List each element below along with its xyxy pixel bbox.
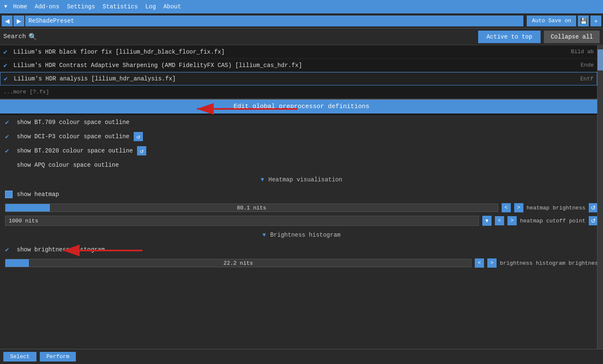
heatmap-cutoff-label: heatmap cutoff point <box>520 218 585 224</box>
menu-home[interactable]: Home <box>10 2 31 12</box>
reset-bt2020-button[interactable]: ↺ <box>137 146 146 155</box>
heatmap-brightness-less-button[interactable]: < <box>502 203 511 212</box>
param-row-apq[interactable]: show APQ colour space outline <box>0 158 603 172</box>
param-label: show DCI-P3 colour space outline <box>17 133 129 140</box>
check-icon[interactable]: ✔ <box>5 245 12 254</box>
effects-list-container: ✔ Lilium's HDR black floor fix [lilium_h… <box>0 45 603 100</box>
menu-about[interactable]: About <box>160 2 184 12</box>
heatmap-cutoff-dropdown[interactable]: 1000 nits <box>5 216 479 226</box>
collapse-all-button[interactable]: Collapse all <box>544 31 600 43</box>
param-row-bt2020[interactable]: ✔ show BT.2020 colour space outline ↺ <box>0 144 603 158</box>
check-icon[interactable]: ✔ <box>4 75 10 83</box>
heatmap-cutoff-reset-button[interactable]: ↺ <box>589 216 598 225</box>
table-row[interactable]: ✔ Lilium's HDR analysis [lilium_hdr_anal… <box>0 72 597 85</box>
effect-name: Lilium's HDR analysis [lilium_hdr_analys… <box>14 75 577 82</box>
show-histogram-label: show brightness histogram <box>17 246 105 253</box>
nav-back-button[interactable]: ◀ <box>2 15 13 26</box>
add-button[interactable]: + <box>590 15 601 26</box>
select-button[interactable]: Select <box>3 352 36 361</box>
table-row[interactable]: ✔ Lilium's HDR black floor fix [lilium_h… <box>0 45 597 59</box>
table-row-partial[interactable]: ...more [?.fx] <box>0 85 597 99</box>
histogram-collapse-arrow[interactable]: ▼ <box>262 232 266 238</box>
check-icon[interactable]: ✔ <box>5 147 12 155</box>
heatmap-cutoff-less-button[interactable]: < <box>495 216 504 225</box>
check-icon[interactable]: ✔ <box>5 132 12 141</box>
effect-shortcut: Entf <box>580 76 593 82</box>
heatmap-cutoff-row: 1000 nits ▼ < > heatmap cutoff point ↺ <box>0 214 603 227</box>
brightness-histogram-section-header[interactable]: ▼ Brightness histogram <box>0 227 603 243</box>
perform-button[interactable]: Perform <box>40 352 76 361</box>
histogram-section-title: Brightness histogram <box>270 232 341 238</box>
heatmap-section-header[interactable]: ▼ Heatmap visualisation <box>0 172 603 187</box>
menu-bar: ▼ Home Add-ons Settings Statistics Log A… <box>0 0 603 13</box>
effects-list: ✔ Lilium's HDR black floor fix [lilium_h… <box>0 45 597 100</box>
heatmap-cutoff-value: 1000 nits <box>9 218 38 224</box>
menu-settings[interactable]: Settings <box>64 2 98 12</box>
param-label: show BT.709 colour space outline <box>17 119 129 126</box>
heatmap-brightness-reset-button[interactable]: ↺ <box>589 203 598 212</box>
search-label: Search 🔍 <box>3 33 37 41</box>
menu-addons[interactable]: Add-ons <box>31 2 63 12</box>
check-icon[interactable]: ✔ <box>3 48 10 56</box>
search-text: Search <box>3 33 26 40</box>
menu-log[interactable]: Log <box>142 2 159 12</box>
histogram-brightness-row: 22.2 nits < > brightness histogram brigh… <box>0 257 603 269</box>
heatmap-brightness-row: 80.1 nits < > heatmap brightness ↺ <box>0 201 603 214</box>
search-bar: Search 🔍 Active to top Collapse all <box>0 28 603 45</box>
effect-name: Lilium's HDR black floor fix [lilium_hdr… <box>13 49 567 55</box>
table-row[interactable]: ✔ Lilium's HDR Contrast Adaptive Sharpen… <box>0 59 597 72</box>
menu-statistics[interactable]: Statistics <box>99 2 141 12</box>
section-collapse-arrow[interactable]: ▼ <box>261 176 264 183</box>
heatmap-brightness-more-button[interactable]: > <box>514 203 523 212</box>
menu-arrow[interactable]: ▼ <box>3 3 9 10</box>
heatmap-cutoff-more-button[interactable]: > <box>507 216 517 225</box>
nav-forward-button[interactable]: ▶ <box>13 15 24 26</box>
param-label: show BT.2020 colour space outline <box>17 147 133 154</box>
main-scrollbar[interactable] <box>597 45 603 349</box>
main-scrollbar-thumb[interactable] <box>598 49 603 70</box>
param-label: show APQ colour space outline <box>17 162 119 168</box>
effect-shortcut: Ende <box>581 62 594 68</box>
show-histogram-row[interactable]: ✔ show brightness histogram <box>0 243 603 257</box>
slider-value: 80.1 nits <box>237 205 266 211</box>
active-to-top-button[interactable]: Active to top <box>478 31 541 43</box>
histogram-brightness-less-button[interactable]: < <box>475 258 484 268</box>
effect-shortcut: Bild ab <box>571 49 594 55</box>
slider-fill <box>5 204 50 212</box>
section-title: Heatmap visualisation <box>268 176 342 183</box>
edit-global-header[interactable]: Edit global preprocessor definitions <box>0 100 603 114</box>
heatmap-brightness-slider[interactable]: 80.1 nits <box>5 204 498 212</box>
heatmap-checkbox[interactable] <box>5 191 13 198</box>
toolbar: ◀ ▶ Auto Save on 💾 + <box>0 13 603 28</box>
save-icon-button[interactable]: 💾 <box>578 15 589 26</box>
show-heatmap-label: show heatmap <box>17 191 59 198</box>
effect-name-partial: ...more [?.fx] <box>3 89 49 95</box>
search-icon: 🔍 <box>28 33 37 41</box>
bottom-bar: Select Perform <box>0 349 603 364</box>
heatmap-cutoff-dropdown-arrow[interactable]: ▼ <box>482 216 492 226</box>
check-icon[interactable]: ✔ <box>5 118 12 126</box>
main-content: ✔ show BT.709 colour space outline ✔ sho… <box>0 115 603 364</box>
histogram-brightness-slider[interactable]: 22.2 nits <box>5 259 471 267</box>
show-heatmap-row[interactable]: show heatmap <box>0 187 603 201</box>
histogram-brightness-more-button[interactable]: > <box>487 258 497 268</box>
reset-dcip3-button[interactable]: ↺ <box>134 132 143 141</box>
histogram-brightness-label: brightness histogram brightnes <box>500 260 598 266</box>
param-row-dcip3[interactable]: ✔ show DCI-P3 colour space outline ↺ <box>0 129 603 144</box>
effect-name: Lilium's HDR Contrast Adaptive Sharpenin… <box>13 62 577 69</box>
auto-save-button[interactable]: Auto Save on <box>527 15 576 26</box>
slider-fill <box>5 259 29 267</box>
effects-list-box: ✔ Lilium's HDR black floor fix [lilium_h… <box>0 45 597 100</box>
heatmap-brightness-label: heatmap brightness <box>527 205 585 211</box>
check-icon[interactable]: ✔ <box>3 61 10 70</box>
preset-input[interactable] <box>25 15 523 26</box>
slider-value: 22.2 nits <box>223 260 253 266</box>
param-row-bt709[interactable]: ✔ show BT.709 colour space outline <box>0 115 603 129</box>
